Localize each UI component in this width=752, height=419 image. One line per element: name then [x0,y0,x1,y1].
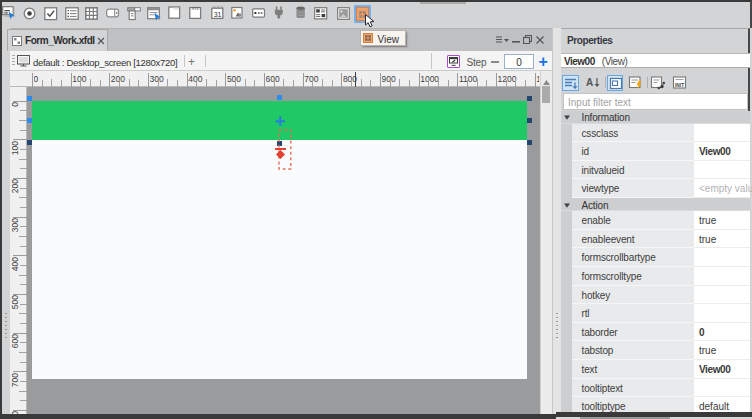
svg-text:31: 31 [213,11,221,18]
svg-text:XYZ: XYZ [191,7,199,11]
svg-text:A: A [586,77,593,88]
svg-text:INIT: INIT [675,82,684,87]
